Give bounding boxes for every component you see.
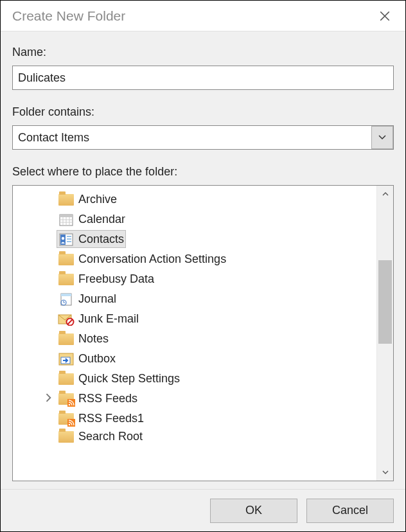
- close-icon: [379, 10, 391, 22]
- svg-rect-25: [67, 419, 75, 427]
- titlebar: Create New Folder: [1, 1, 405, 31]
- svg-point-26: [69, 423, 71, 425]
- dialog-title: Create New Folder: [12, 8, 373, 24]
- tree-item-junk-e-mail[interactable]: Junk E-mail: [13, 309, 376, 329]
- folder-icon: [58, 431, 74, 443]
- tree-item-label: Freebusy Data: [78, 272, 154, 286]
- scroll-track[interactable]: [377, 202, 393, 464]
- folder-icon: [58, 274, 74, 285]
- tree-item-journal[interactable]: Journal: [13, 289, 376, 309]
- folder-icon: [58, 194, 74, 206]
- folder-icon: [58, 333, 74, 345]
- dialog-footer: OK Cancel: [1, 489, 405, 531]
- folder-tree: ArchiveCalendarContactsConversation Acti…: [12, 185, 394, 481]
- folder-icon: [58, 373, 74, 385]
- tree-item-archive[interactable]: Archive: [13, 190, 376, 209]
- tree-item-quick-step-settings[interactable]: Quick Step Settings: [13, 369, 376, 389]
- tree-item-rss-feeds[interactable]: RSS Feeds: [13, 389, 376, 409]
- rss-folder-icon: [58, 393, 74, 405]
- tree-item-label: Notes: [78, 332, 109, 346]
- tree-item-label: Contacts: [78, 233, 124, 246]
- tree-item-conversation-action-settings[interactable]: Conversation Action Settings: [13, 249, 376, 269]
- name-label: Name:: [12, 46, 394, 59]
- svg-point-9: [62, 236, 64, 239]
- chevron-down-icon: [378, 135, 386, 140]
- tree-item-label: Search Root: [78, 430, 143, 443]
- scroll-down-button[interactable]: [377, 464, 393, 481]
- chevron-up-icon: [382, 192, 389, 196]
- tree-item-label: Calendar: [78, 213, 125, 226]
- tree-item-label: RSS Feeds1: [78, 412, 144, 425]
- cancel-button[interactable]: Cancel: [306, 499, 394, 523]
- tree-item-outbox[interactable]: Outbox: [13, 349, 376, 369]
- journal-icon: [59, 293, 73, 306]
- scroll-thumb[interactable]: [378, 260, 392, 344]
- folder-contains-value: Contact Items: [12, 125, 394, 150]
- contacts-icon: [59, 233, 73, 246]
- junk-mail-icon: [58, 313, 75, 326]
- name-input[interactable]: [12, 66, 394, 90]
- tree-item-label: Outbox: [78, 352, 116, 366]
- folder-contains-select[interactable]: Contact Items: [12, 125, 394, 150]
- tree-item-label: Conversation Action Settings: [78, 253, 226, 266]
- create-new-folder-dialog: Create New Folder Name: Folder contains:…: [0, 0, 406, 532]
- tree-item-label: Journal: [78, 292, 116, 306]
- ok-button[interactable]: OK: [210, 499, 297, 523]
- tree-item-label: Quick Step Settings: [78, 372, 180, 386]
- tree-item-contacts[interactable]: Contacts: [13, 229, 376, 249]
- svg-rect-14: [61, 294, 71, 296]
- tree-item-label: Junk E-mail: [78, 312, 139, 326]
- tree-item-freebusy-data[interactable]: Freebusy Data: [13, 269, 376, 289]
- scroll-up-button[interactable]: [377, 186, 393, 202]
- calendar-icon: [59, 213, 73, 226]
- tree-item-label: Archive: [78, 193, 117, 206]
- svg-rect-23: [67, 399, 75, 407]
- outbox-icon: [58, 353, 74, 366]
- close-button[interactable]: [373, 4, 396, 28]
- dropdown-button[interactable]: [371, 126, 393, 149]
- folder-icon: [58, 254, 74, 265]
- folder-contains-label: Folder contains:: [12, 105, 394, 119]
- scrollbar[interactable]: [376, 186, 393, 481]
- rss-folder-icon: [58, 413, 74, 425]
- chevron-down-icon: [382, 470, 389, 474]
- svg-rect-1: [60, 215, 73, 217]
- tree-item-calendar[interactable]: Calendar: [13, 209, 376, 229]
- tree-item-notes[interactable]: Notes: [13, 329, 376, 349]
- placement-label: Select where to place the folder:: [12, 165, 394, 179]
- svg-point-24: [69, 403, 71, 405]
- tree-item-rss-feeds1[interactable]: RSS Feeds1: [13, 409, 376, 429]
- tree-item-search-root[interactable]: Search Root: [13, 429, 376, 445]
- expand-chevron-icon[interactable]: [45, 393, 53, 402]
- tree-item-label: RSS Feeds: [78, 392, 137, 405]
